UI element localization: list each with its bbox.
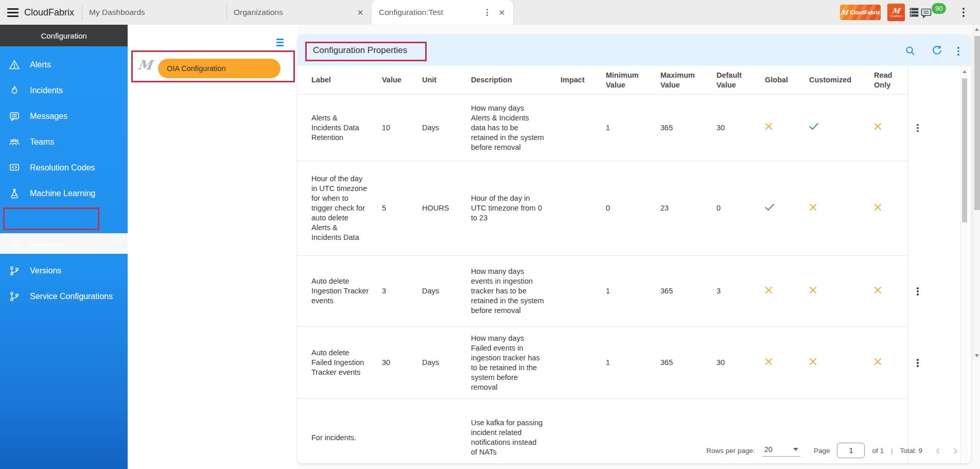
- chevron-down-icon: [793, 448, 798, 451]
- scroll-up-arrow-icon[interactable]: [975, 28, 979, 31]
- close-icon[interactable]: [356, 7, 364, 18]
- notification-count-badge[interactable]: 90: [932, 3, 946, 14]
- explorer-hamburger-icon[interactable]: [275, 38, 285, 47]
- oia-configuration-label: OIA Configuration: [167, 64, 225, 73]
- topbar-kebab-menu-icon[interactable]: [961, 7, 966, 18]
- row-kebab-menu-icon[interactable]: [915, 357, 920, 369]
- cell-unit: Days: [422, 286, 471, 296]
- brand-home-button[interactable]: CloudFabrix: [7, 0, 74, 25]
- table-header-row: Label Value Unit Description Impact Mini…: [297, 66, 971, 95]
- sidebar-item-versions[interactable]: Versions: [0, 258, 128, 284]
- cell-max-value: 365: [660, 123, 716, 133]
- row-kebab-menu-icon[interactable]: [915, 123, 920, 134]
- page-scrollbar-thumb[interactable]: [974, 36, 980, 210]
- page-scrollbar[interactable]: [973, 25, 980, 360]
- read-only-flag-icon: [874, 123, 908, 133]
- cell-max-value: 365: [660, 358, 716, 368]
- message-icon: [9, 111, 20, 122]
- sidebar-item-label: Configurations: [30, 215, 83, 224]
- cell-min-value: 1: [606, 286, 660, 296]
- people-icon: [9, 136, 20, 148]
- sidebar-item-configurations[interactable]: Configurations: [0, 206, 128, 232]
- refresh-icon[interactable]: [932, 45, 942, 56]
- previous-page-chevron-icon[interactable]: [936, 444, 940, 457]
- cell-label: Auto delete Failed Ingestion Tracker eve…: [311, 348, 382, 377]
- sidebar-item-label: Alerts: [30, 60, 51, 70]
- search-icon[interactable]: [905, 45, 916, 56]
- column-header: Unit: [422, 75, 471, 85]
- flame-icon: [9, 85, 20, 96]
- tab-label: My Dashboards: [89, 8, 145, 17]
- top-bar: CloudFabrix My Dashboards Organizations …: [0, 0, 980, 25]
- cell-default-value: 30: [716, 358, 765, 368]
- scroll-up-arrow-icon[interactable]: [962, 70, 967, 73]
- cell-max-value: 23: [660, 203, 716, 213]
- sidebar-item-messages[interactable]: Messages: [0, 103, 128, 129]
- cell-min-value: 0: [606, 203, 660, 213]
- pagination-bar: Rows per page: 20 Page of 1 | Total: 9: [706, 442, 957, 459]
- cell-min-value: 1: [606, 358, 660, 368]
- pagination-divider: |: [891, 447, 893, 455]
- tab-my-dashboards[interactable]: My Dashboards: [82, 0, 226, 25]
- cloudfabrix-logo-icon: M: [136, 58, 153, 73]
- messages-icon[interactable]: [921, 8, 932, 19]
- cell-value: 30: [382, 358, 422, 368]
- cloudfabrix-logo-icon: M: [891, 7, 901, 14]
- tab-configuration-test[interactable]: Configuration:Test: [372, 0, 513, 25]
- tab-label: Configuration:Test: [379, 8, 443, 17]
- cell-default-value: 0: [716, 203, 765, 213]
- server-stack-icon[interactable]: [909, 7, 919, 18]
- table-actions-header: [908, 66, 959, 95]
- hamburger-menu-icon[interactable]: [7, 8, 19, 17]
- tab-menu-kebab-icon[interactable]: [485, 7, 489, 18]
- oia-configuration-item[interactable]: OIA Configuration: [158, 59, 281, 78]
- sidebar-item-service-configurations[interactable]: Service Configurations: [0, 284, 128, 309]
- sidebar-item-label: Incidents: [30, 86, 63, 95]
- cloudfabrix-logo-icon: M: [840, 9, 849, 16]
- code-screen-icon: [9, 162, 20, 173]
- global-flag-icon: [765, 286, 809, 297]
- page-number-input[interactable]: [837, 443, 865, 458]
- row-kebab-menu-icon[interactable]: [915, 286, 920, 297]
- wrench-icon: [9, 214, 20, 225]
- next-page-chevron-icon[interactable]: [953, 444, 957, 457]
- cloudfabrix-tile-button[interactable]: M CloudFabrix: [887, 4, 905, 21]
- cloudfabrix-button[interactable]: M CloudFabrix: [840, 5, 881, 20]
- cell-description: How many days Failed events in ingestion…: [471, 334, 561, 392]
- flask-icon: [9, 188, 20, 199]
- cell-value: 3: [382, 286, 422, 296]
- table-row: Alerts & Incidents Data Retention 10 Day…: [297, 95, 971, 161]
- rows-per-page-select[interactable]: 20: [762, 444, 800, 457]
- panel-kebab-menu-icon[interactable]: [956, 46, 960, 57]
- cell-label: Auto delete Ingestion Tracker events: [311, 276, 382, 306]
- table-scrollbar[interactable]: [960, 66, 968, 463]
- global-flag-icon: [765, 203, 809, 214]
- sidebar-item-resolution-codes[interactable]: Resolution Codes: [0, 155, 128, 181]
- page-label: Page: [814, 447, 830, 455]
- rows-per-page-label: Rows per page:: [706, 447, 755, 455]
- app-window: CloudFabrix My Dashboards Organizations …: [0, 0, 980, 469]
- cell-value: 10: [382, 123, 422, 133]
- sidebar-item-incidents[interactable]: Incidents: [0, 78, 128, 103]
- table-scrollbar-thumb[interactable]: [962, 78, 967, 222]
- cell-label: Alerts & Incidents Data Retention: [311, 113, 382, 143]
- sidebar-item-machine-learning[interactable]: Machine Learning: [0, 181, 128, 206]
- read-only-flag-icon: [874, 358, 908, 368]
- column-header: Label: [311, 75, 382, 85]
- sidebar-item-attributes[interactable]: Attributes: [0, 232, 128, 258]
- tab-organizations[interactable]: Organizations: [226, 0, 372, 25]
- sidebar-item-label: Attributes: [30, 240, 65, 250]
- sidebar: Configuration Alerts Incidents Messages: [0, 25, 128, 469]
- scroll-down-arrow-icon[interactable]: [975, 354, 979, 357]
- cell-unit: HOURS: [422, 203, 471, 213]
- sidebar-item-teams[interactable]: Teams: [0, 129, 128, 155]
- cell-description: How many days Alerts & Incidents data ha…: [471, 103, 561, 152]
- cell-description: Hour of the day in UTC timezone from 0 t…: [471, 194, 561, 223]
- page-of-label: of 1: [872, 447, 884, 455]
- table-row: Auto delete Ingestion Tracker events 3 D…: [297, 256, 971, 327]
- page-title: Configuration Properties: [313, 45, 407, 56]
- close-icon[interactable]: [498, 7, 506, 18]
- git-branch-icon: [9, 265, 20, 276]
- sidebar-item-alerts[interactable]: Alerts: [0, 52, 128, 78]
- table-row: Auto delete Failed Ingestion Tracker eve…: [297, 327, 971, 399]
